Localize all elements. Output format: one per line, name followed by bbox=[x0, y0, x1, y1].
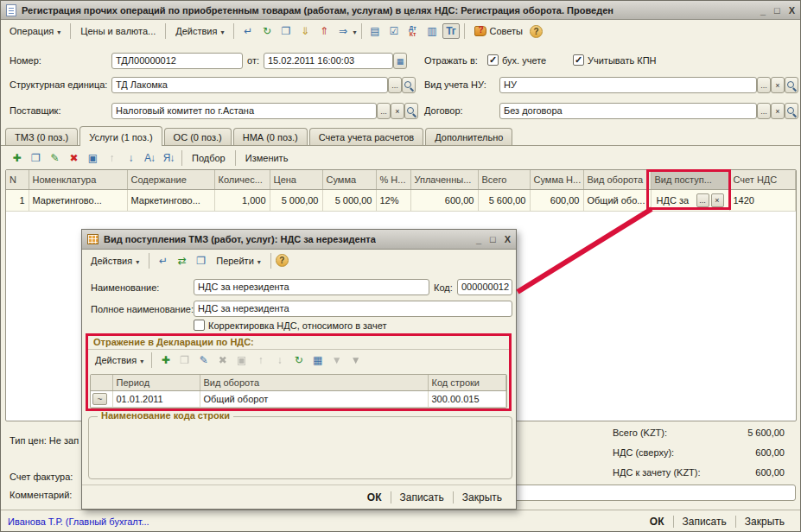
document-movements-icon[interactable]: ▤ bbox=[366, 23, 384, 39]
contract-open-button[interactable] bbox=[785, 103, 798, 119]
add-row-icon[interactable]: ✚ bbox=[8, 150, 25, 166]
close-form-button[interactable]: Закрыть bbox=[736, 513, 793, 530]
refresh-icon[interactable]: ⇄ bbox=[173, 253, 190, 269]
cell-turnover-type[interactable]: Общий обо... bbox=[583, 190, 651, 212]
supplier-select-button[interactable]: ... bbox=[377, 103, 391, 119]
kpn-checkbox[interactable]: Учитывать КПН bbox=[573, 54, 657, 66]
dialog-help-icon[interactable] bbox=[276, 254, 289, 267]
copy-add-icon[interactable]: ❐ bbox=[192, 253, 209, 269]
table-row[interactable]: 1 Маркетингово... Маркетингово... 1,000 … bbox=[6, 190, 796, 212]
struct-unit-open-button[interactable] bbox=[402, 77, 416, 93]
cell-period[interactable]: 01.01.2011 bbox=[112, 391, 200, 408]
cell-price[interactable]: 5 000,00 bbox=[270, 190, 322, 212]
col-line-code[interactable]: Код строки bbox=[428, 375, 506, 391]
supplier-field[interactable]: Налоговый комитет по г.Астана bbox=[111, 103, 377, 119]
code-field[interactable]: 000000012 bbox=[457, 279, 512, 295]
nu-type-clear-button[interactable]: × bbox=[771, 77, 785, 93]
contract-select-button[interactable]: ... bbox=[757, 103, 771, 119]
edit-row-icon[interactable]: ✎ bbox=[46, 150, 63, 166]
help-icon[interactable] bbox=[530, 25, 543, 38]
dt-kt-icon[interactable]: Дт Кт bbox=[404, 23, 422, 39]
full-name-field[interactable]: НДС за нерезидента bbox=[194, 301, 512, 317]
col-quantity[interactable]: Количес... bbox=[214, 170, 270, 190]
cell-decl-turnover[interactable]: Общий оборот bbox=[200, 391, 428, 408]
declaration-row[interactable]: ~ 01.01.2011 Общий оборот 300.00.015 bbox=[91, 391, 506, 408]
struct-unit-select-button[interactable]: ... bbox=[388, 77, 402, 93]
col-sum[interactable]: Сумма bbox=[322, 170, 376, 190]
cell-vat-percent[interactable]: 12% bbox=[376, 190, 410, 212]
end-edit-icon[interactable]: ▣ bbox=[84, 150, 101, 166]
col-turnover-type[interactable]: Вид оборота bbox=[583, 170, 651, 190]
cell-sum[interactable]: 5 000,00 bbox=[322, 190, 376, 212]
refresh-icon[interactable]: ↻ bbox=[257, 23, 275, 39]
contract-field[interactable]: Без договора bbox=[499, 103, 757, 119]
refresh-icon[interactable]: ↻ bbox=[289, 352, 307, 368]
col-vat-percent[interactable]: % Н... bbox=[376, 170, 410, 190]
date-field[interactable]: 15.02.2011 16:00:03 bbox=[264, 53, 393, 69]
cell-quantity[interactable]: 1,000 bbox=[214, 190, 270, 212]
close-button[interactable]: X bbox=[789, 5, 795, 16]
col-total[interactable]: Всего bbox=[478, 170, 530, 190]
dialog-write-button[interactable]: Записать bbox=[391, 489, 453, 506]
contract-clear-button[interactable]: × bbox=[771, 103, 785, 119]
write-button[interactable]: Записать bbox=[674, 513, 735, 530]
copy-row-icon[interactable]: ❐ bbox=[27, 150, 44, 166]
ok-button[interactable]: ОК bbox=[641, 513, 673, 530]
col-price[interactable]: Цена bbox=[270, 170, 322, 190]
col-period[interactable]: Период bbox=[112, 375, 200, 391]
tab-accounts[interactable]: Счета учета расчетов bbox=[309, 128, 423, 145]
dialog-maximize-button[interactable]: □ bbox=[490, 234, 496, 244]
cell-line-code[interactable]: 300.00.015 bbox=[428, 391, 506, 408]
tab-nma[interactable]: НМА (0 поз.) bbox=[233, 128, 308, 145]
tab-tmz[interactable]: ТМЗ (0 поз.) bbox=[5, 128, 78, 145]
cell-content[interactable]: Маркетингово... bbox=[127, 190, 214, 212]
move-down-icon[interactable]: ↓ bbox=[122, 150, 139, 166]
movements-settings-icon[interactable]: ☑ bbox=[385, 23, 403, 39]
post-document-icon[interactable]: ⇓ bbox=[296, 23, 313, 39]
vat-correction-checkbox[interactable]: Корректировка НДС, относимого в зачет bbox=[194, 320, 386, 331]
cell-n[interactable]: 1 bbox=[6, 190, 29, 212]
calendar-button[interactable]: ▦ bbox=[393, 53, 407, 69]
sort-desc-icon[interactable]: Я↓ bbox=[160, 150, 177, 166]
save-close-icon[interactable]: ↵ bbox=[154, 253, 171, 269]
totals-icon[interactable]: Тг bbox=[442, 23, 460, 39]
pick-button[interactable]: Подбор bbox=[187, 150, 231, 166]
col-content[interactable]: Содержание bbox=[127, 170, 214, 190]
receipt-type-select-button[interactable]: ... bbox=[696, 193, 709, 207]
cell-vat-sum[interactable]: 600,00 bbox=[530, 190, 583, 212]
report-icon[interactable]: ▥ bbox=[423, 23, 441, 39]
cell-receipt-type[interactable]: НДС за ... × bbox=[651, 190, 729, 212]
responsible-link[interactable]: Иванова Т.Р. (Главный бухгалт... bbox=[8, 516, 149, 527]
cell-vat-account[interactable]: 1420 bbox=[729, 190, 796, 212]
edit-row-icon[interactable]: ✎ bbox=[194, 352, 212, 368]
delete-row-icon[interactable]: ✖ bbox=[65, 150, 82, 166]
unpost-document-icon[interactable]: ⇑ bbox=[315, 23, 332, 39]
col-nomenclature[interactable]: Номенклатура bbox=[29, 170, 127, 190]
actions-menu[interactable]: Действия bbox=[170, 23, 229, 39]
col-paid[interactable]: Уплаченны... bbox=[410, 170, 478, 190]
save-close-icon[interactable]: ↵ bbox=[238, 23, 256, 39]
supplier-clear-button[interactable]: × bbox=[391, 103, 404, 119]
dialog-close-button[interactable]: X bbox=[505, 234, 511, 244]
cell-paid[interactable]: 600,00 bbox=[410, 190, 478, 212]
nu-type-open-button[interactable] bbox=[785, 77, 798, 93]
tab-services[interactable]: Услуги (1 поз.) bbox=[79, 126, 162, 146]
dialog-minimize-button[interactable]: _ bbox=[476, 234, 481, 244]
sort-asc-icon[interactable]: А↓ bbox=[141, 150, 158, 166]
supplier-open-button[interactable] bbox=[404, 103, 418, 119]
col-decl-turnover[interactable]: Вид оборота bbox=[200, 375, 428, 391]
col-vat-account[interactable]: Счет НДС bbox=[729, 170, 796, 190]
operation-menu[interactable]: Операция bbox=[4, 23, 66, 39]
set-interval-icon[interactable]: ▦ bbox=[308, 352, 326, 368]
struct-unit-field[interactable]: ТД Лакомка bbox=[111, 77, 388, 93]
maximize-button[interactable]: □ bbox=[774, 5, 780, 16]
advice-button[interactable]: Советы bbox=[469, 23, 528, 39]
col-vat-sum[interactable]: Сумма Н... bbox=[530, 170, 583, 190]
cell-total[interactable]: 5 600,00 bbox=[478, 190, 530, 212]
goto-menu[interactable]: Перейти bbox=[211, 253, 266, 269]
col-n[interactable]: N bbox=[6, 170, 29, 190]
nu-type-select-button[interactable]: ... bbox=[757, 77, 771, 93]
name-field[interactable]: НДС за нерезидента bbox=[194, 279, 429, 295]
dialog-close-button2[interactable]: Закрыть bbox=[454, 489, 511, 506]
prices-currency-button[interactable]: Цены и валюта... bbox=[75, 23, 161, 39]
